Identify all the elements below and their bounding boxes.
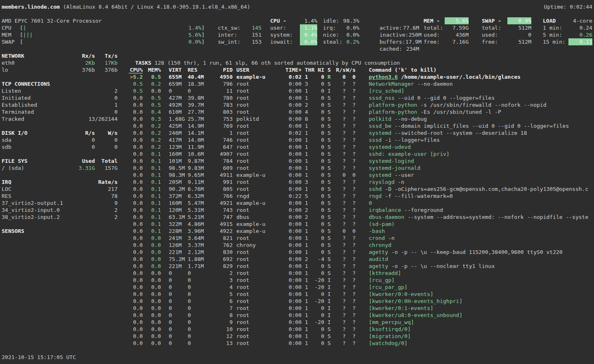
process-row[interactable]: 0.0 0.1 98.5M 9.83M 609 root 0:00 1 0 S … (129, 164, 594, 171)
process-row[interactable]: 0.0 0.1 228M 3.96M 4922 example-u 0:00 1… (129, 228, 594, 235)
command-args: -n (395, 178, 404, 186)
column-header: Rate/s (95, 178, 118, 186)
process-row[interactable]: 0.0 0.0 0 0 13 root 0:00 1 0 S ? ? [watc… (129, 340, 594, 347)
command-args: --system --address=systemd: --nofork --n… (404, 214, 588, 221)
stat-pair: irq: 0.0% (323, 24, 359, 31)
process-row[interactable]: 0.0 0.1 372M 6.32M 766 rngd 0:22 5 0 S ?… (129, 193, 594, 200)
process-row[interactable]: 0.0 0.0 0 0 10 root 0:00 1 0 S ? ? [ksof… (129, 326, 594, 333)
process-row[interactable]: 0.0 0.0 75.2M 1.88M 692 root 0:00 2 -4 S… (129, 256, 594, 263)
cell-time: 0:00 (268, 157, 302, 164)
cell-pid: 743 (215, 207, 233, 214)
process-row[interactable]: 0.0 0.1 90.2M 6.76M 805 root 0:00 1 0 S … (129, 186, 594, 193)
cell-thr: 1 (302, 298, 315, 305)
cell-time: 0:00 (268, 122, 302, 129)
cell-virt: 425M (161, 122, 186, 129)
cell-read: ? (334, 256, 346, 263)
quicklook-gauge: MEM [ ||| 5.6% ] (2, 31, 205, 38)
process-row[interactable]: 0.0 0.1 322M 4.86M 4915 example-u 0:00 1… (129, 221, 594, 228)
process-row[interactable]: 0.0 0.0 0 0 3 root 0:00 1 -20 I ? ? [rcu… (129, 277, 594, 284)
cell-command: systemd --switched-root --system --deser… (356, 129, 594, 136)
process-row[interactable]: 0.0 0.1 98.3M 9.65M 4911 example-u 0:00 … (129, 171, 594, 178)
cell-time: 0:00 (268, 108, 302, 115)
process-row[interactable]: 0.5 0.2 659M 18.3M 796 root 0:00 3 0 S ?… (129, 80, 594, 87)
cell-mem: 0.1 (143, 221, 161, 228)
process-row[interactable]: 0.0 0.0 0 0 8 root 0:00 1 0 I ? ? [kwork… (129, 312, 594, 319)
cell-write: ? (346, 136, 356, 143)
selection-cursor: > (130, 73, 133, 80)
process-row[interactable]: 0.0 0.1 160M 5.47M 4921 example-u 0:00 1… (129, 200, 594, 207)
irq-row: RES 78 (2, 193, 118, 200)
cell-mem: 0.0 (143, 291, 161, 298)
clock: 2021-10-15 15:17:05 UTC (2, 354, 76, 361)
process-row[interactable]: 0.0 0.5 427M 39.8M 780 root 0:00 1 0 S ?… (129, 94, 594, 101)
cell-thr: 1 (302, 122, 315, 129)
process-row[interactable]: 0.0 0.0 0 0 12 root 0:00 1 0 S ? ? [migr… (129, 333, 594, 340)
process-row[interactable]: 0.0 0.0 0 0 2 root 0:00 1 0 S ? ? [kthre… (129, 270, 594, 277)
process-row[interactable]: 0.0 0.2 246M 14.1M 1 root 0:02 1 0 S ? ?… (129, 129, 594, 136)
cell-mem: 0.1 (143, 214, 161, 221)
cell-virt: 427M (161, 94, 186, 101)
cell-res: 0 (186, 326, 215, 333)
cell-mem: 0.1 (143, 228, 161, 235)
cell-virt: 0 (161, 284, 186, 291)
cell-read: ? (334, 164, 346, 171)
process-row[interactable]: 0.0 0.3 1.68G 25.7M 753 polkitd 0:00 8 0… (129, 115, 594, 122)
cell-read: 0 (334, 73, 346, 80)
process-row[interactable]: 0.0 0.1 160M 10.6M 4907 root 0:00 1 0 S … (129, 150, 594, 157)
process-row[interactable]: 0.0 0.0 0 0 7 root 0:00 1 0 I ? ? [kwork… (129, 305, 594, 312)
process-row[interactable]: 0.0 0.0 0 0 4 root 0:00 1 -20 I ? ? [rcu… (129, 284, 594, 291)
stat-label: system: (270, 31, 293, 38)
tcp-row: Tracked 13/262144 (2, 115, 118, 122)
cell-mem: 0.0 (143, 256, 161, 263)
process-row[interactable]: 0.0 0.0 221M 2.12M 830 root 0:00 1 0 S ?… (129, 249, 594, 256)
stat-pair: system: 0.4% (270, 31, 317, 38)
cell-status: I (324, 277, 334, 284)
cell-mem: 0.0 (143, 242, 161, 249)
gauge-bars: ||| (23, 31, 189, 38)
tcp-row: Terminated 0 (2, 108, 118, 115)
cell-mem: 0.0 (143, 312, 161, 319)
process-row[interactable]: 0.0 0.1 63.1M 5.21M 747 dbus 0:00 2 0 S … (129, 214, 594, 221)
irq-panel: IRQ Rate/s LOC 217 RES 78 37_virtio2-out… (2, 178, 118, 221)
stat-value: 0 (528, 31, 531, 38)
process-row[interactable]: 0.0 0.1 101M 9.87M 784 root 0:00 1 0 S ?… (129, 157, 594, 164)
cell-time: 0:00 (268, 101, 302, 108)
process-row[interactable]: >5.2 0.5 655M 40.4M 4950 example-u 0:02 … (129, 73, 594, 80)
process-row[interactable]: 0.0 0.1 120M 5.31M 743 root 0:00 2 0 S ?… (129, 207, 594, 214)
cell-status: S (324, 136, 334, 143)
terminal[interactable]: { "header": { "hostname": "members.linod… (0, 0, 594, 364)
cell-command: chronyd (356, 242, 594, 249)
process-row[interactable]: 0.0 0.0 126M 3.37M 762 chrony 0:00 1 0 S… (129, 242, 594, 249)
process-row[interactable]: 0.0 0.0 241M 3.64M 821 root 0:00 1 0 S ?… (129, 235, 594, 242)
section-title: TCP CONNECTIONS (2, 80, 70, 87)
cell-write: ? (346, 143, 356, 150)
process-row[interactable]: 0.0 0.0 221M 1.71M 829 root 0:00 1 0 S ?… (129, 263, 594, 270)
cell-read: ? (334, 326, 346, 333)
process-row[interactable]: 0.0 0.1 205M 9.11M 991 root 0:00 3 0 S ?… (129, 178, 594, 186)
cell-time: 0:00 (268, 186, 302, 193)
cell-write: ? (346, 157, 356, 164)
process-row[interactable]: 0.0 0.5 492M 39.7M 783 root 0:00 2 0 S ?… (129, 101, 594, 108)
process-row[interactable]: 0.0 0.2 425M 14.9M 769 root 0:00 1 0 S ?… (129, 122, 594, 129)
cell-pid: 5 (215, 291, 233, 298)
header-user: USER (233, 66, 268, 73)
irq-rate: 2 (95, 214, 118, 221)
cell-thr: 1 (302, 171, 315, 178)
cell-ni: -4 (315, 256, 324, 263)
cell-res: 3.64M (186, 235, 215, 242)
process-row[interactable]: 0.0 0.0 0 0 6 root 0:00 1 -20 I ? ? [kwo… (129, 298, 594, 305)
stat-label: 15 min: (543, 38, 566, 45)
process-row[interactable]: 0.0 0.2 123M 11.9M 647 root 0:00 1 0 S ?… (129, 143, 594, 150)
cell-mem: 0.1 (143, 207, 161, 214)
cell-command: agetty -o -p -- \u --noclear tty1 linux (356, 263, 594, 270)
cell-thr: 1 (302, 73, 315, 80)
process-row[interactable]: 0.0 0.2 417M 14.0M 746 root 0:00 1 0 S ?… (129, 136, 594, 143)
process-row[interactable]: 0.5 0.0 0 0 11 root 0:00 1 0 I ? ? [rcu_… (129, 87, 594, 94)
cell-write: ? (346, 312, 356, 319)
header-res: RES (186, 66, 215, 73)
cell-time: 0:00 (268, 326, 302, 333)
process-row[interactable]: 0.0 0.4 610M 27.7M 803 root 0:00 4 0 S ?… (129, 108, 594, 115)
process-row[interactable]: 0.0 0.0 0 0 9 root 0:00 1 -20 I ? ? [mm_… (129, 319, 594, 326)
cell-read: ? (334, 150, 346, 157)
process-row[interactable]: 0.0 0.0 0 0 5 root 0:00 1 0 I ? ? [kwork… (129, 291, 594, 298)
